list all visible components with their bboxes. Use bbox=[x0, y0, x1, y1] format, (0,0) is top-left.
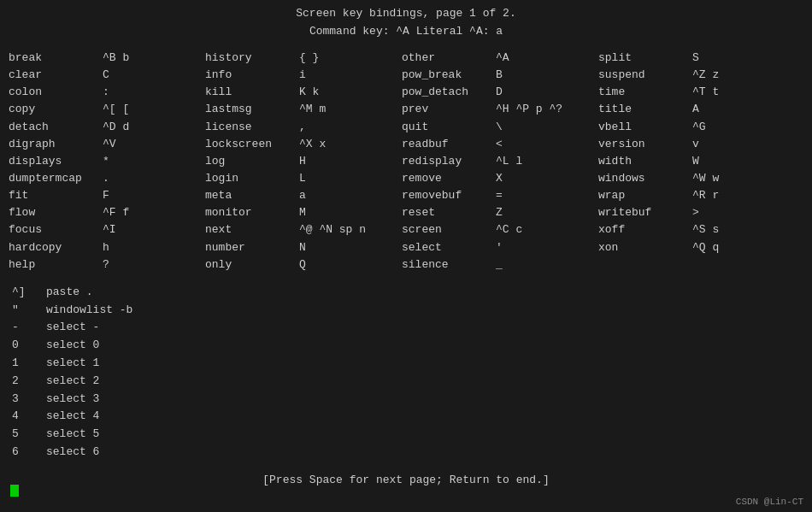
title-text: Screen key bindings, page 1 of 2. bbox=[296, 7, 515, 20]
table-row: detach^D d bbox=[9, 119, 205, 136]
key-binding: ^C c bbox=[496, 221, 522, 238]
key-binding: ^L l bbox=[496, 153, 522, 170]
command-name: prev bbox=[402, 101, 496, 118]
command-name: license bbox=[205, 119, 299, 136]
key-binding: h bbox=[103, 239, 109, 256]
command-name: removebuf bbox=[402, 187, 496, 204]
key-binding: = bbox=[496, 187, 503, 204]
column-3: other^Apow_breakBpow_detachDprev^H ^P p … bbox=[402, 50, 598, 274]
table-row: logH bbox=[205, 153, 402, 170]
list-item: -select - bbox=[12, 319, 803, 337]
command-name: digraph bbox=[9, 136, 103, 153]
list-item: 4select 4 bbox=[12, 408, 803, 426]
command-name: windows bbox=[598, 170, 692, 187]
table-row: splitS bbox=[598, 50, 803, 67]
key-binding: Q bbox=[299, 256, 306, 274]
extra-value: select 1 bbox=[46, 355, 99, 373]
key-binding: ^D d bbox=[103, 119, 129, 136]
command-name: clear bbox=[9, 67, 103, 84]
table-row: next^@ ^N sp n bbox=[205, 221, 402, 238]
title-line: Screen key bindings, page 1 of 2. bbox=[9, 7, 803, 20]
column-4: splitSsuspend^Z ztime^T ttitleAvbell^Gve… bbox=[598, 50, 803, 274]
extra-value: select 2 bbox=[46, 373, 99, 391]
command-name: focus bbox=[9, 221, 103, 238]
key-binding: * bbox=[103, 153, 109, 170]
key-binding: _ bbox=[496, 256, 503, 274]
key-binding: ^G bbox=[692, 119, 706, 136]
extra-value: select 5 bbox=[46, 426, 99, 444]
command-name: meta bbox=[205, 187, 299, 204]
table-row: lastmsg^M m bbox=[205, 101, 402, 118]
command-name: help bbox=[9, 256, 103, 274]
key-binding: S bbox=[692, 50, 699, 67]
terminal: Screen key bindings, page 1 of 2. Comman… bbox=[0, 0, 812, 512]
key-binding: a bbox=[299, 187, 306, 204]
key-binding: . bbox=[103, 170, 109, 187]
key-binding: ^H ^P p ^? bbox=[496, 101, 562, 118]
extra-value: select 6 bbox=[46, 444, 99, 462]
command-name: readbuf bbox=[402, 136, 496, 153]
table-row: screen^C c bbox=[402, 221, 598, 238]
command-name: split bbox=[598, 50, 692, 67]
watermark: CSDN @Lin-CT bbox=[736, 497, 803, 507]
command-name: break bbox=[9, 50, 103, 67]
command-name: wrap bbox=[598, 187, 692, 204]
command-name: history bbox=[205, 50, 299, 67]
key-binding: ^F f bbox=[103, 204, 129, 221]
keybindings-table: break^B bclearCcolon:copy^[ [detach^D dd… bbox=[9, 50, 803, 274]
command-name: redisplay bbox=[402, 153, 496, 170]
table-row: vbell^G bbox=[598, 119, 803, 136]
command-name: time bbox=[598, 84, 692, 101]
table-row: killK k bbox=[205, 84, 402, 101]
table-row: prev^H ^P p ^? bbox=[402, 101, 598, 118]
table-row: history{ } bbox=[205, 50, 402, 67]
table-row: versionv bbox=[598, 136, 803, 153]
table-row: flow^F f bbox=[9, 204, 205, 221]
table-row: infoi bbox=[205, 67, 402, 84]
key-binding: ^T t bbox=[692, 84, 719, 101]
command-name: remove bbox=[402, 170, 496, 187]
table-row: removebuf= bbox=[402, 187, 598, 204]
table-row: displays* bbox=[9, 153, 205, 170]
table-row: pow_detachD bbox=[402, 84, 598, 101]
table-row: titleA bbox=[598, 101, 803, 118]
extra-key: 1 bbox=[12, 355, 46, 373]
table-row: select' bbox=[402, 239, 598, 256]
command-name: title bbox=[598, 101, 692, 118]
list-item: 3select 3 bbox=[12, 391, 803, 409]
command-name: only bbox=[205, 256, 299, 274]
extra-key: ^] bbox=[12, 284, 46, 302]
extra-key: " bbox=[12, 302, 46, 320]
list-item: 5select 5 bbox=[12, 426, 803, 444]
command-name: login bbox=[205, 170, 299, 187]
extra-value: select 4 bbox=[46, 408, 99, 426]
table-row: silence_ bbox=[402, 256, 598, 274]
table-row: writebuf> bbox=[598, 204, 803, 221]
command-name: displays bbox=[9, 153, 103, 170]
key-binding: ^B b bbox=[103, 50, 129, 67]
table-row: widthW bbox=[598, 153, 803, 170]
table-row: numberN bbox=[205, 239, 402, 256]
table-row: focus^I bbox=[9, 221, 205, 238]
key-binding: D bbox=[496, 84, 503, 101]
table-row: removeX bbox=[402, 170, 598, 187]
command-text: Command key: ^A Literal ^A: a bbox=[309, 25, 503, 38]
table-row: license, bbox=[205, 119, 402, 136]
key-binding: B bbox=[496, 67, 503, 84]
column-2: history{ }infoikillK klastmsg^M mlicense… bbox=[205, 50, 402, 274]
command-name: fit bbox=[9, 187, 103, 204]
column-1: break^B bclearCcolon:copy^[ [detach^D dd… bbox=[9, 50, 205, 274]
command-name: vbell bbox=[598, 119, 692, 136]
key-binding: L bbox=[299, 170, 306, 187]
key-binding: C bbox=[103, 67, 109, 84]
list-item: 1select 1 bbox=[12, 355, 803, 373]
table-row: colon: bbox=[9, 84, 205, 101]
list-item: 0select 0 bbox=[12, 337, 803, 355]
key-binding: N bbox=[299, 239, 306, 256]
table-row: loginL bbox=[205, 170, 402, 187]
key-binding: ^W w bbox=[692, 170, 719, 187]
extra-bindings: ^]paste ."windowlist -b-select -0select … bbox=[12, 284, 803, 462]
table-row: digraph^V bbox=[9, 136, 205, 153]
press-text: [Press Space for next page; Return to en… bbox=[262, 474, 549, 486]
key-binding: , bbox=[299, 119, 306, 136]
